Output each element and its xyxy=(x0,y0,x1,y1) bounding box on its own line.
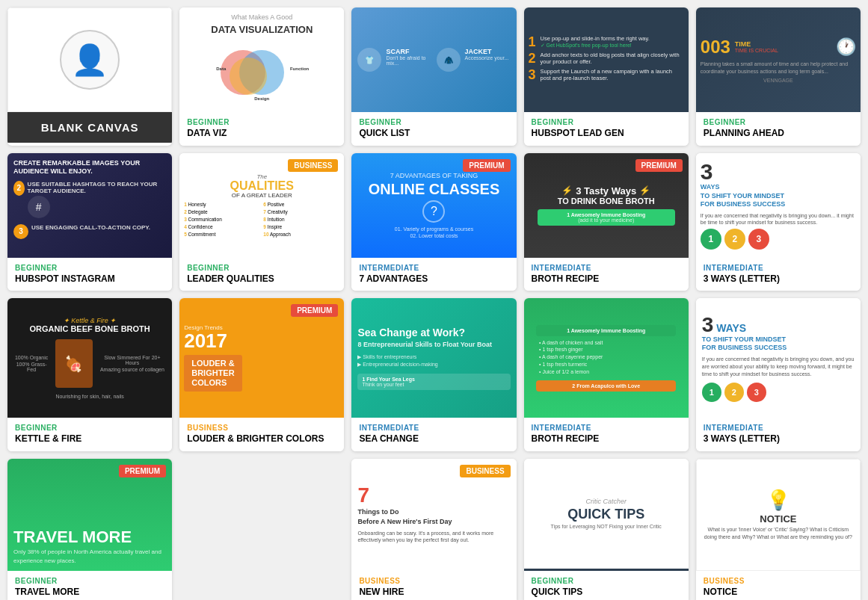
kettle-tagline: Nourishing for skin, hair, nails xyxy=(55,394,123,399)
sea-find: 1 Find Your Sea Legs Think on your feet xyxy=(357,374,510,390)
travel-sub: Only 38% of people in North America actu… xyxy=(13,548,166,564)
broth-step1-box: 1 Awesomely Immune Boosting xyxy=(536,325,676,336)
louder-box-text: LOUDER &BRIGHTERCOLORS xyxy=(191,359,234,389)
card-broth-recipe[interactable]: 1 Awesomely Immune Boosting • A dash of … xyxy=(524,298,689,451)
qualities-sub: OF A GREAT LEADER xyxy=(232,192,292,199)
card-footer: INTERMEDIATE 3 WAYS (LETTER) xyxy=(696,258,861,291)
card-image: 👕 SCARF Don't be afraid to mix... 🧥 JACK… xyxy=(351,7,516,112)
ways-big-num: 3 xyxy=(701,161,713,183)
card-quick-tips[interactable]: Critic Catcher QUICK TIPS Tips for Lever… xyxy=(524,459,689,600)
lead-item-1: 1 Use pop-up and slide-in forms the righ… xyxy=(529,35,650,49)
card-3-ways-letter[interactable]: 3 WAYS TO SHIFT YOUR MINDSETFOR BUSINESS… xyxy=(696,298,861,451)
broth-subtitle: TO DRINK BONE BROTH xyxy=(558,197,655,206)
ways-big: 3 WAYS xyxy=(702,315,746,335)
card-image: CREATE REMARKABLE IMAGES YOUR AUDIENCE W… xyxy=(7,153,172,258)
card-hubspot-lead-gen[interactable]: 1 Use pop-up and slide-in forms the righ… xyxy=(524,7,689,146)
card-footer: INTERMEDIATE BROTH RECIPE xyxy=(524,418,689,451)
lead-item-2: 2 Add anchor texts to old blog posts tha… xyxy=(529,52,684,65)
card-travel-more[interactable]: PREMIUM TRAVEL MORE Only 38% of people i… xyxy=(7,459,172,600)
ways-circles: 1 2 3 xyxy=(701,229,769,250)
card-image: 3 WAYSTO SHIFT YOUR MINDSETFOR BUSINESS … xyxy=(696,153,861,258)
card-title: HUBSPOT LEAD GEN xyxy=(532,128,681,140)
lead-item-3: 3 Support the Launch of a new campaign w… xyxy=(529,68,684,81)
card-grid: 👤 BLANK CANVAS What Makes A Good DATA VI… xyxy=(0,0,868,600)
card-new-hire[interactable]: BUSINESS 7 Things to DoBefore A New Hire… xyxy=(351,459,516,600)
card-image: ✦ Kettle & Fire ✦ ORGANIC BEEF BONE BROT… xyxy=(7,298,172,418)
card-level: BEGINNER xyxy=(187,118,336,126)
card-level: BEGINNER xyxy=(15,577,164,585)
broth-step2-box: 2 From Acapulco with Love xyxy=(536,380,676,392)
notice-brain-icon: 💡 xyxy=(766,489,790,512)
plan-text: Planning takes a small amount of time an… xyxy=(701,61,856,75)
notice-head: NOTICE xyxy=(760,513,796,525)
card-footer: BUSINESS LOUDER & BRIGHTER COLORS xyxy=(179,418,344,451)
badge-premium: PREMIUM xyxy=(119,465,166,477)
travel-title: TRAVEL MORE xyxy=(13,529,132,545)
card-footer: BEGINNER TRAVEL MORE xyxy=(7,571,172,600)
adv-main: ONLINE CLASSES xyxy=(369,181,500,197)
card-blank-canvas[interactable]: 👤 BLANK CANVAS xyxy=(7,7,172,146)
card-footer: BEGINNER KETTLE & FIRE xyxy=(7,418,172,451)
broth-step1: 1 Awesomely Immune Boosting (add it to y… xyxy=(538,209,675,226)
card-leader-qualities[interactable]: BUSINESS The QUALITIES OF A GREAT LEADER… xyxy=(179,153,344,291)
newhire-desc: Onboarding can be scary. It's a process,… xyxy=(357,530,510,545)
card-level: BEGINNER xyxy=(187,264,336,272)
venn-diagram: Data Function Design xyxy=(185,39,338,106)
card-level: BEGINNER xyxy=(15,264,164,272)
card-title: BROTH RECIPE xyxy=(532,273,681,285)
card-bone-broth-tasty[interactable]: PREMIUM ⚡ 3 Tasty Ways ⚡ TO DRINK BONE B… xyxy=(524,153,689,291)
card-kettle-fire[interactable]: ✦ Kettle & Fire ✦ ORGANIC BEEF BONE BROT… xyxy=(7,298,172,451)
card-title: 3 WAYS (LETTER) xyxy=(704,433,853,445)
card-data-viz[interactable]: What Makes A Good DATA VISUALIZATION Dat… xyxy=(179,7,344,146)
card-7-advantages[interactable]: PREMIUM 7 ADVANTAGES OF TAKING ONLINE CL… xyxy=(351,153,516,291)
badge-premium: PREMIUM xyxy=(291,304,338,317)
card-3-ways-shift[interactable]: 3 WAYSTO SHIFT YOUR MINDSETFOR BUSINESS … xyxy=(696,153,861,291)
card-title: 7 ADVANTAGES xyxy=(359,273,508,285)
card-title: LEADER QUALITIES xyxy=(187,273,336,285)
notice-text: What is your 'Inner Voice' or 'Critic' S… xyxy=(703,526,854,541)
card-level: INTERMEDIATE xyxy=(359,264,508,272)
kettle-brand: ✦ Kettle & Fire ✦ xyxy=(64,317,117,324)
card-planning-ahead[interactable]: 003 TIME TIME IS CRUCIAL 🕐 Planning take… xyxy=(696,7,861,146)
card-hubspot-instagram[interactable]: CREATE REMARKABLE IMAGES YOUR AUDIENCE W… xyxy=(7,153,172,291)
card-title: HUBSPOT INSTAGRAM xyxy=(15,273,164,285)
card-level: BEGINNER xyxy=(704,118,853,126)
card-footer: BUSINESS Notice xyxy=(696,571,861,600)
card-title: BLANK CANVAS xyxy=(15,121,164,134)
card-notice[interactable]: 💡 NOTICE What is your 'Inner Voice' or '… xyxy=(696,459,861,600)
louder-trends: 2017 xyxy=(184,331,227,350)
card-title: Notice xyxy=(704,587,853,599)
card-quick-list[interactable]: 👕 SCARF Don't be afraid to mix... 🧥 JACK… xyxy=(351,7,516,146)
venngage-brand: VENNGAGE xyxy=(763,78,793,83)
card-title: QUICK LIST xyxy=(359,128,508,140)
kettle-product: 🍖 xyxy=(55,339,92,388)
card-title: PLANNING AHEAD xyxy=(704,128,853,140)
card-footer: BEGINNER DATA VIZ xyxy=(179,112,344,146)
louder-box: LOUDER &BRIGHTERCOLORS xyxy=(184,355,241,392)
plan-header: 003 TIME TIME IS CRUCIAL 🕐 xyxy=(701,37,856,58)
card-footer: BEGINNER QUICK TIPS xyxy=(524,571,689,600)
card-footer: BUSINESS NEW HIRE xyxy=(351,571,516,600)
card-image: 1 Use pop-up and slide-in forms the righ… xyxy=(524,7,689,112)
card-louder-brighter[interactable]: PREMIUM Design Trends 2017 LOUDER &BRIGH… xyxy=(179,298,344,451)
card-sea-change[interactable]: Sea Change at Work? 8 Entrepreneurial Sk… xyxy=(351,298,516,451)
card-image: 3 WAYS TO SHIFT YOUR MINDSETFOR BUSINESS… xyxy=(696,298,861,418)
card-image: Critic Catcher QUICK TIPS Tips for Lever… xyxy=(524,459,689,571)
card-footer: INTERMEDIATE SEA CHANGE xyxy=(351,418,516,451)
card-image: What Makes A Good DATA VISUALIZATION Dat… xyxy=(179,7,344,112)
card2-big-title: DATA VISUALIZATION xyxy=(185,24,338,36)
card-title: QUICK TIPS xyxy=(532,587,681,599)
card-footer: BEGINNER QUICK LIST xyxy=(351,112,516,146)
qualities-list: 1 Honesty 2 Delegate 3 Communication 4 C… xyxy=(184,202,339,237)
card-footer: INTERMEDIATE 3 WAYS (LETTER) xyxy=(696,418,861,451)
ways-body: If you are concerned that negativity is … xyxy=(702,356,855,377)
card-image: Sea Change at Work? 8 Entrepreneurial Sk… xyxy=(351,298,516,418)
adv-desc: 01. Variety of programs & courses02. Low… xyxy=(395,226,473,239)
kettle-features: 100% Organic 100% Grass-Fed 🍖 Slow Simme… xyxy=(12,336,167,391)
card-level: BEGINNER xyxy=(532,118,681,126)
card-image: 👤 xyxy=(7,7,172,112)
qualities-main: QUALITIES xyxy=(230,180,294,192)
card-level: BEGINNER xyxy=(359,118,508,126)
qtips-main: QUICK TIPS xyxy=(567,507,644,522)
card-footer: BEGINNER HUBSPOT INSTAGRAM xyxy=(7,258,172,291)
